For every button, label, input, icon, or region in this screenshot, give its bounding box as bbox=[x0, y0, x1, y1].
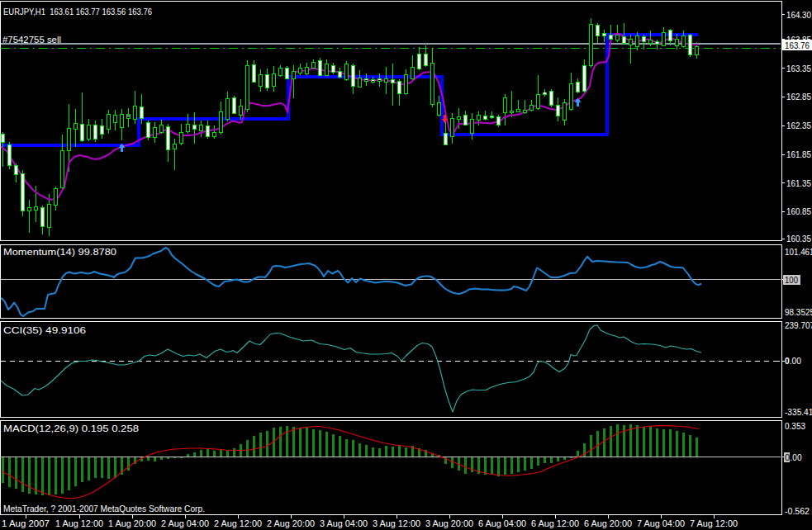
svg-text:-0.562: -0.562 bbox=[785, 506, 810, 516]
svg-text:3 Aug 04:00: 3 Aug 04:00 bbox=[320, 518, 368, 528]
svg-text:.00: .00 bbox=[791, 452, 802, 462]
svg-text:0.00: 0.00 bbox=[785, 356, 801, 366]
svg-text:MetaTrader, ? 2001-2007 MetaQu: MetaTrader, ? 2001-2007 MetaQuotes Softw… bbox=[3, 504, 205, 513]
svg-text:7 Aug 12:00: 7 Aug 12:00 bbox=[690, 518, 738, 528]
svg-text:6 Aug 12:00: 6 Aug 12:00 bbox=[531, 518, 579, 528]
svg-text:2 Aug 04:00: 2 Aug 04:00 bbox=[161, 518, 209, 528]
svg-text:98.3525: 98.3525 bbox=[785, 307, 812, 317]
svg-text:MACD(12,26,9) 0.195 0.258: MACD(12,26,9) 0.195 0.258 bbox=[3, 424, 139, 433]
svg-text:164.30: 164.30 bbox=[786, 10, 811, 20]
svg-text:7 Aug 04:00: 7 Aug 04:00 bbox=[637, 518, 685, 528]
svg-text:Momentum(14) 99.8780: Momentum(14) 99.8780 bbox=[3, 247, 116, 257]
svg-text:-335.412: -335.412 bbox=[785, 407, 812, 417]
svg-text:1 Aug 2007: 1 Aug 2007 bbox=[2, 518, 50, 528]
svg-text:6 Aug 20:00: 6 Aug 20:00 bbox=[584, 518, 632, 528]
svg-text:CCI(35) 49.9106: CCI(35) 49.9106 bbox=[3, 325, 86, 335]
svg-text:1 Aug 20:00: 1 Aug 20:00 bbox=[108, 518, 156, 528]
svg-text:162.35: 162.35 bbox=[786, 121, 811, 130]
svg-text:1 Aug 12:00: 1 Aug 12:00 bbox=[55, 518, 103, 528]
svg-text:2 Aug 12:00: 2 Aug 12:00 bbox=[214, 518, 262, 528]
svg-text:163.35: 163.35 bbox=[786, 64, 811, 73]
svg-text:0: 0 bbox=[785, 452, 790, 462]
svg-text:160.35: 160.35 bbox=[786, 234, 811, 244]
svg-text:2 Aug 20:00: 2 Aug 20:00 bbox=[267, 518, 315, 528]
svg-text:3 Aug 20:00: 3 Aug 20:00 bbox=[425, 518, 473, 528]
svg-text:163.76: 163.76 bbox=[785, 40, 810, 50]
svg-text:101.4615: 101.4615 bbox=[785, 247, 812, 257]
svg-text:#7542755 sell: #7542755 sell bbox=[2, 35, 61, 45]
svg-text:162.85: 162.85 bbox=[786, 92, 811, 102]
svg-text:161.85: 161.85 bbox=[786, 149, 811, 159]
svg-text:0.353: 0.353 bbox=[785, 421, 805, 431]
svg-text:160.85: 160.85 bbox=[786, 206, 811, 216]
svg-text:239.707: 239.707 bbox=[785, 320, 812, 330]
svg-text:161.35: 161.35 bbox=[786, 178, 811, 188]
svg-text:EURJPY,H1 163.61 163.77 163.5: EURJPY,H1 163.61 163.77 163.56 163.76 bbox=[3, 7, 152, 17]
svg-text:3 Aug 12:00: 3 Aug 12:00 bbox=[373, 518, 420, 528]
svg-text:6 Aug 04:00: 6 Aug 04:00 bbox=[478, 518, 526, 528]
svg-text:100: 100 bbox=[785, 275, 798, 285]
